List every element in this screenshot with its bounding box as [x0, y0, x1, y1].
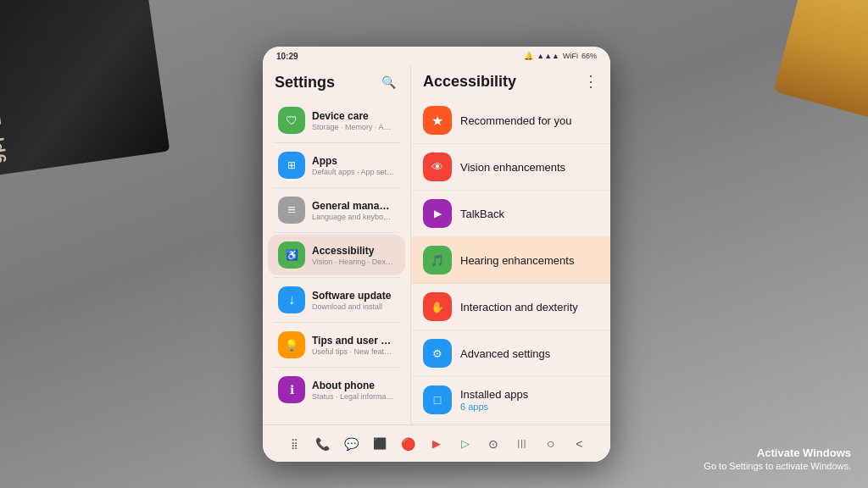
talkback-name: TalkBack [460, 208, 504, 220]
settings-item-about[interactable]: ℹ About phone Status · Legal information… [268, 369, 405, 410]
nav-youtube-button[interactable]: ▶ [422, 429, 451, 459]
advanced-icon: ⚙ [423, 339, 452, 368]
nav-menu-button[interactable]: ||| [508, 429, 537, 459]
apps-text: Apps Default apps · App settings [312, 155, 395, 176]
settings-panel: Settings 🔍 🛡 Device care Storage · Memor… [263, 65, 411, 424]
divider-2 [273, 187, 400, 188]
status-time: 10:29 [276, 52, 298, 61]
phone-main-content: Settings 🔍 🛡 Device care Storage · Memor… [263, 65, 610, 424]
nav-phone-button[interactable]: 📞 [309, 429, 337, 459]
software-name: Software update [312, 290, 395, 302]
talkback-text: TalkBack [460, 208, 504, 220]
nav-back-button[interactable]: < [565, 429, 593, 459]
general-sub: Language and keyboard · Date and time [312, 213, 395, 221]
about-sub: Status · Legal information · Phone name [312, 392, 395, 401]
installed-name: Installed apps [460, 388, 528, 401]
acc-item-recommended[interactable]: ★ Recommended for you [411, 97, 610, 144]
acc-item-hearing[interactable]: 🎵 Hearing enhancements [411, 237, 610, 284]
acc-item-installed[interactable]: □ Installed apps 6 apps [411, 377, 610, 424]
advanced-text: Advanced settings [460, 347, 550, 360]
acc-item-advanced[interactable]: ⚙ Advanced settings [411, 330, 610, 377]
accessibility-icon: ♿ [278, 241, 305, 269]
device-care-text: Device care Storage · Memory · App prote… [312, 110, 395, 131]
acc-item-vision[interactable]: 👁 Vision enhancements [411, 144, 610, 191]
settings-list: 🛡 Device care Storage · Memory · App pro… [263, 97, 410, 424]
nav-apps-button[interactable]: ⣿ [280, 429, 309, 459]
interaction-text: Interaction and dexterity [460, 301, 578, 313]
accessibility-sub: Vision · Hearing · Dexterity [312, 258, 395, 266]
nav-home-button[interactable]: ○ [537, 429, 565, 459]
nav-circle-button[interactable]: ⊙ [479, 429, 508, 459]
settings-item-software[interactable]: ↓ Software update Download and install [268, 280, 405, 320]
advanced-name: Advanced settings [460, 347, 550, 360]
status-bar: 10:29 🔔 ▲▲▲ WiFi 66% [263, 47, 610, 65]
status-icons: 🔔 ▲▲▲ WiFi 66% [524, 52, 597, 60]
installed-icon: □ [423, 385, 452, 414]
notification-icon: 🔔 [524, 52, 533, 60]
software-icon: ↓ [278, 286, 305, 313]
nav-bar: ⣿ 📞 💬 ⬛ 🔴 ▶ ▷ ⊙ ||| ○ < [263, 424, 610, 462]
settings-search-button[interactable]: 🔍 [378, 72, 398, 92]
acc-item-interaction[interactable]: ✋ Interaction and dexterity [411, 284, 610, 330]
settings-title: Settings [275, 74, 335, 92]
box-brand-text: Galaxy Z Fold6 [0, 31, 10, 165]
about-name: About phone [312, 380, 395, 391]
recommended-icon: ★ [423, 106, 452, 135]
apps-sub: Default apps · App settings [312, 168, 395, 176]
device-care-name: Device care [312, 110, 395, 122]
tips-text: Tips and user guide Useful tips · New fe… [312, 335, 395, 356]
more-options-button[interactable]: ⋮ [583, 72, 598, 91]
wifi-icon: WiFi [563, 52, 578, 60]
settings-item-apps[interactable]: ⊞ Apps Default apps · App settings [268, 145, 405, 186]
galaxy-box-package: Galaxy Z Fold6 [0, 0, 170, 177]
settings-item-tips[interactable]: 💡 Tips and user guide Useful tips · New … [268, 324, 405, 365]
apps-name: Apps [312, 155, 395, 167]
windows-activate-subtitle: Go to Settings to activate Windows. [704, 461, 851, 471]
windows-activate-title: Activate Windows [704, 446, 851, 459]
interaction-icon: ✋ [423, 292, 452, 321]
general-name: General management [312, 200, 395, 212]
battery-text: 66% [581, 52, 597, 60]
settings-item-general[interactable]: ≡ General management Language and keyboa… [268, 190, 405, 230]
vision-name: Vision enhancements [460, 161, 565, 174]
hearing-name: Hearing enhancements [460, 254, 574, 267]
tips-sub: Useful tips · New features [312, 347, 395, 356]
accessibility-name: Accessibility [312, 245, 395, 257]
divider-4 [273, 277, 400, 278]
settings-header: Settings 🔍 [263, 65, 410, 97]
settings-item-device-care[interactable]: 🛡 Device care Storage · Memory · App pro… [268, 100, 405, 141]
tips-icon: 💡 [278, 331, 305, 358]
apps-icon: ⊞ [278, 152, 305, 179]
divider-1 [273, 142, 400, 143]
divider-6 [273, 367, 400, 368]
installed-sub: 6 apps [460, 402, 528, 412]
accessibility-text: Accessibility Vision · Hearing · Dexteri… [312, 245, 395, 266]
nav-app3-button[interactable]: 🔴 [394, 429, 423, 459]
software-text: Software update Download and install [312, 290, 395, 311]
acc-item-talkback[interactable]: ▶ TalkBack [411, 191, 610, 237]
signal-icon: ▲▲▲ [537, 52, 559, 60]
general-icon: ≡ [278, 197, 305, 224]
divider-5 [273, 322, 400, 323]
general-text: General management Language and keyboard… [312, 200, 395, 221]
talkback-icon: ▶ [423, 199, 452, 228]
hearing-text: Hearing enhancements [460, 254, 574, 267]
device-care-icon: 🛡 [278, 107, 305, 134]
settings-item-accessibility[interactable]: ♿ Accessibility Vision · Hearing · Dexte… [268, 235, 405, 275]
accessibility-title: Accessibility [423, 73, 516, 91]
windows-activation-watermark: Activate Windows Go to Settings to activ… [704, 446, 851, 471]
accessibility-list: ★ Recommended for you 👁 Vision enhanceme… [411, 96, 610, 424]
nav-messages-button[interactable]: 💬 [337, 429, 365, 459]
recommended-name: Recommended for you [460, 114, 572, 127]
divider-3 [273, 232, 400, 233]
vision-text: Vision enhancements [460, 161, 565, 174]
about-text: About phone Status · Legal information ·… [312, 380, 395, 401]
device-care-sub: Storage · Memory · App protection [312, 123, 395, 131]
installed-text: Installed apps 6 apps [460, 388, 528, 412]
hearing-icon: 🎵 [423, 246, 452, 274]
accessibility-panel: Accessibility ⋮ ★ Recommended for you 👁 … [411, 65, 610, 424]
nav-play-button[interactable]: ▷ [451, 429, 480, 459]
vision-icon: 👁 [423, 152, 452, 181]
software-sub: Download and install [312, 302, 395, 311]
nav-bixby-button[interactable]: ⬛ [365, 429, 394, 459]
